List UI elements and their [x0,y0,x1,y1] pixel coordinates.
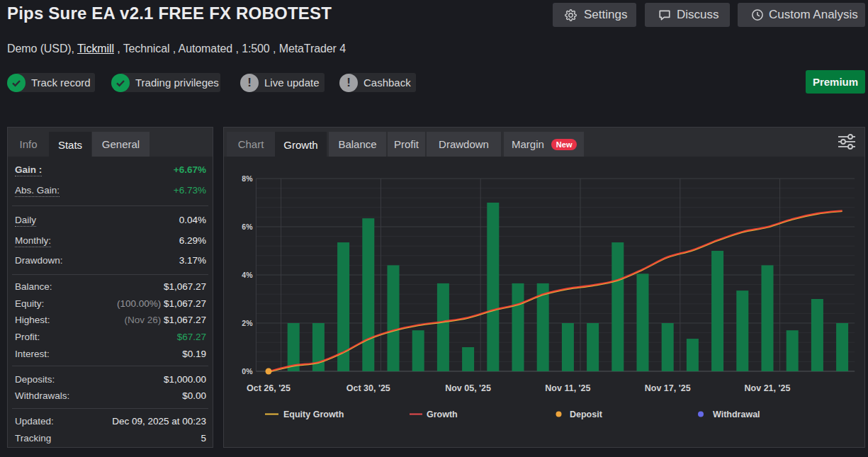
svg-text:6%: 6% [242,222,253,231]
svg-text:Nov 05, '25: Nov 05, '25 [445,383,491,393]
svg-text:Oct 30, '25: Oct 30, '25 [346,383,390,393]
svg-text:4%: 4% [242,271,253,279]
svg-text:Nov 11, '25: Nov 11, '25 [545,383,590,393]
svg-text:Withdrawal: Withdrawal [713,410,760,419]
svg-text:Deposit: Deposit [570,410,603,419]
svg-text:0%: 0% [242,367,253,376]
svg-text:2%: 2% [242,319,253,327]
svg-text:Nov 21, '25: Nov 21, '25 [745,383,791,393]
svg-text:8%: 8% [242,174,253,183]
svg-text:Nov 17, '25: Nov 17, '25 [645,383,691,393]
svg-text:Equity Growth: Equity Growth [283,410,344,419]
svg-text:Growth: Growth [427,410,458,419]
svg-text:Oct 26, '25: Oct 26, '25 [247,383,291,393]
